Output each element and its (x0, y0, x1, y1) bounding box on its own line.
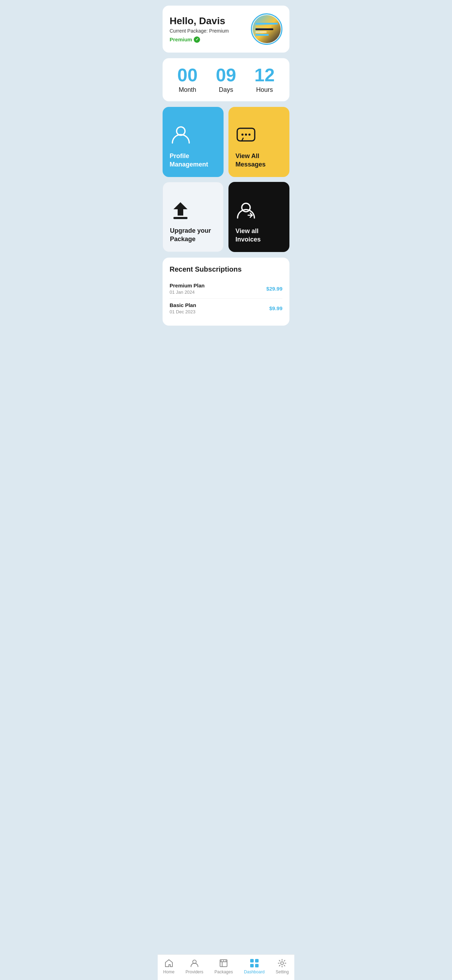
nav-providers-label: Providers (186, 969, 204, 974)
bottom-nav: Home Providers Packages (158, 955, 294, 980)
subscription-row-1: Premium Plan 01 Jan 2024 $29.99 (170, 279, 282, 299)
avatar-line-2 (255, 25, 271, 27)
greeting-text: Hello, Davis (170, 16, 229, 27)
package-info-text: Current Package: Premium (170, 28, 229, 33)
nav-dashboard[interactable]: Dashboard (240, 958, 269, 974)
svg-point-3 (245, 134, 247, 136)
avatar-line-5 (255, 34, 269, 36)
timer-months: 00 Month (177, 66, 197, 94)
nav-setting-label: Setting (276, 969, 289, 974)
sub-name-2: Basic Plan (170, 302, 196, 308)
profile-management-card[interactable]: ProfileManagement (162, 107, 224, 177)
nav-home-label: Home (163, 969, 175, 974)
messages-label: View AllMessages (236, 152, 266, 169)
timer-days-label: Days (219, 86, 233, 94)
timer-hours: 12 Hours (255, 66, 275, 94)
avatar-circle (251, 13, 282, 45)
sub-info-1: Premium Plan 01 Jan 2024 (170, 283, 205, 295)
svg-rect-15 (250, 959, 254, 963)
premium-badge: Premium ✓ (170, 37, 200, 43)
grid-section: ProfileManagement View AllMessages (162, 107, 290, 252)
main-screen: Hello, Davis Current Package: Premium Pr… (158, 0, 294, 331)
svg-point-4 (248, 134, 250, 136)
nav-providers[interactable]: Providers (181, 958, 208, 974)
sub-price-2: $9.99 (269, 305, 282, 311)
invoices-label: View all Invoices (236, 227, 282, 243)
recent-title: Recent Subscriptions (170, 265, 282, 274)
header-card: Hello, Davis Current Package: Premium Pr… (162, 6, 290, 52)
upgrade-label: Upgrade yourPackage (170, 227, 211, 243)
timer-hours-value: 12 (255, 66, 275, 84)
timer-months-value: 00 (177, 66, 197, 84)
svg-rect-18 (255, 964, 259, 967)
svg-rect-17 (250, 964, 254, 967)
messages-card[interactable]: View AllMessages (228, 107, 290, 177)
upgrade-card[interactable]: Upgrade yourPackage (162, 182, 224, 252)
message-icon (236, 125, 256, 147)
svg-point-13 (223, 960, 224, 961)
avatar-line-1 (255, 23, 278, 24)
recent-subscriptions-card: Recent Subscriptions Premium Plan 01 Jan… (162, 258, 290, 326)
nav-home[interactable]: Home (159, 958, 179, 974)
dashboard-icon (250, 958, 259, 968)
avatar-preview (253, 15, 281, 43)
nav-dashboard-label: Dashboard (244, 969, 264, 974)
badge-check-icon: ✓ (194, 37, 200, 43)
invoices-card[interactable]: View all Invoices (228, 182, 290, 252)
svg-rect-5 (173, 217, 188, 219)
svg-point-14 (226, 960, 227, 961)
svg-point-19 (281, 962, 283, 964)
profile-icon (170, 123, 192, 147)
timer-days: 09 Days (216, 66, 236, 94)
subscription-row-2: Basic Plan 01 Dec 2023 $9.99 (170, 299, 282, 318)
avatar-line-4 (255, 31, 267, 33)
timer-days-value: 09 (216, 66, 236, 84)
home-icon (164, 958, 174, 968)
nav-packages-label: Packages (215, 969, 233, 974)
sub-name-1: Premium Plan (170, 283, 205, 288)
sub-price-1: $29.99 (266, 286, 282, 292)
invoice-icon (236, 200, 256, 222)
upgrade-icon (170, 199, 191, 222)
providers-icon (189, 958, 199, 968)
sub-date-1: 01 Jan 2024 (170, 290, 205, 295)
svg-point-2 (242, 134, 244, 136)
avatar-line-3 (255, 29, 273, 30)
timer-months-label: Month (179, 86, 196, 94)
badge-label: Premium (170, 37, 192, 42)
nav-packages[interactable]: Packages (210, 958, 237, 974)
setting-icon (277, 958, 287, 968)
timer-hours-label: Hours (256, 86, 273, 94)
header-text: Hello, Davis Current Package: Premium Pr… (170, 16, 229, 43)
sub-date-2: 01 Dec 2023 (170, 309, 196, 314)
nav-setting[interactable]: Setting (272, 958, 293, 974)
sub-info-2: Basic Plan 01 Dec 2023 (170, 302, 196, 314)
svg-point-12 (221, 960, 222, 961)
profile-management-label: ProfileManagement (170, 152, 208, 169)
svg-rect-16 (255, 959, 259, 963)
timer-card: 00 Month 09 Days 12 Hours (162, 58, 290, 101)
packages-icon (219, 958, 228, 968)
